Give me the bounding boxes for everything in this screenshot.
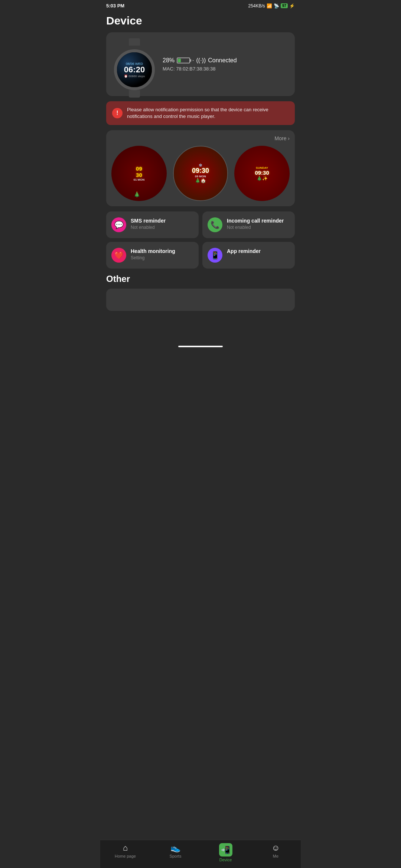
feature-grid: 💬 SMS reminder Not enabled 📞 Incoming ca…	[106, 211, 295, 269]
call-icon: 📞	[208, 217, 222, 232]
call-text: Incoming call reminder Not enabled	[227, 217, 290, 230]
signal-icon: 📶	[267, 3, 272, 9]
health-monitoring-card[interactable]: ❤️ Health monitoring Setting	[106, 242, 199, 269]
status-right: 254KB/s 📶 📡 97 ⚡	[248, 3, 295, 9]
watch-time: 06:20	[124, 66, 145, 74]
me-icon: ☺	[271, 843, 280, 853]
device-mac: MAC: 78:02:B7:38:38:38	[163, 66, 289, 72]
sports-icon: 👟	[170, 843, 180, 853]
device-info: 28% · ((·)) Connected MAC: 78:02:B7:38:3…	[163, 57, 289, 72]
dot-separator: ·	[192, 57, 194, 64]
watch-face-2[interactable]: ❄️ 09:30 09 MON 🎄🏠	[173, 146, 228, 201]
status-time: 5:03 PM	[106, 3, 124, 9]
main-content: Device 08/06 WED 06:20 ⏰ 60860 steps 28%…	[100, 10, 301, 344]
health-subtitle: Setting	[131, 255, 193, 260]
app-title: App reminder	[227, 248, 290, 254]
nav-me-label: Me	[273, 854, 278, 858]
warning-banner[interactable]: ! Please allow notification permission s…	[106, 101, 295, 125]
connection-wave-icon: ((·))	[196, 57, 206, 64]
battery-icon	[177, 57, 190, 63]
xmas-tree-icon-1: 🎄	[134, 191, 140, 197]
more-link[interactable]: More ›	[275, 135, 290, 141]
sms-text: SMS reminder Not enabled	[131, 217, 193, 230]
page-title: Device	[106, 14, 295, 27]
nav-device[interactable]: 📲 Device	[200, 843, 251, 862]
nav-me[interactable]: ☺ Me	[251, 843, 301, 862]
watch-image: 08/06 WED 06:20 ⏰ 60860 steps	[112, 38, 157, 90]
connection-status: Connected	[208, 57, 237, 64]
watch-faces-row: 0930 01 MON 🎄 ❄️ 09:30 09 MON 🎄🏠 SUNDAY …	[111, 146, 290, 201]
call-reminder-card[interactable]: 📞 Incoming call reminder Not enabled	[202, 211, 295, 238]
call-subtitle: Not enabled	[227, 225, 290, 230]
watch-face-3[interactable]: SUNDAY 09:30 🎄✨	[234, 146, 290, 201]
sms-reminder-card[interactable]: 💬 SMS reminder Not enabled	[106, 211, 199, 238]
xmas-icon-3: 🎄✨	[255, 176, 269, 181]
other-section-title: Other	[106, 274, 295, 284]
watch-faces-card: More › 0930 01 MON 🎄 ❄️ 09:30 09 MON 🎄🏠	[106, 130, 295, 206]
warning-text: Please allow notification permission so …	[127, 106, 289, 120]
sms-icon: 💬	[111, 217, 126, 232]
watch-face: 08/06 WED 06:20 ⏰ 60860 steps	[114, 49, 155, 90]
sms-title: SMS reminder	[131, 217, 193, 224]
health-icon: ❤️	[111, 248, 126, 263]
device-nav-icon: 📲	[219, 843, 232, 857]
health-title: Health monitoring	[131, 248, 193, 254]
app-icon: 📱	[208, 248, 222, 263]
call-title: Incoming call reminder	[227, 217, 290, 224]
network-speed: 254KB/s	[248, 3, 265, 9]
nav-sports-label: Sports	[170, 854, 182, 858]
other-card[interactable]	[106, 289, 295, 311]
warning-icon: !	[112, 108, 123, 118]
app-reminder-card[interactable]: 📱 App reminder	[202, 242, 295, 269]
app-text: App reminder	[227, 248, 290, 255]
watch-band-bottom	[129, 90, 140, 98]
watch-faces-header: More ›	[111, 135, 290, 141]
sms-subtitle: Not enabled	[131, 225, 193, 230]
battery-fill	[178, 59, 181, 62]
watch-face-1[interactable]: 0930 01 MON 🎄	[111, 146, 167, 201]
battery-percent: 97	[281, 3, 288, 8]
nav-home[interactable]: ⌂ Home page	[100, 843, 150, 862]
nav-device-label: Device	[219, 858, 232, 862]
watch-band-top	[129, 38, 140, 46]
status-bar: 5:03 PM 254KB/s 📶 📡 97 ⚡	[100, 0, 301, 10]
home-indicator	[178, 346, 223, 347]
xmas-tree-icon-2: 🎄🏠	[192, 178, 209, 183]
bottom-nav: ⌂ Home page 👟 Sports 📲 Device ☺ Me	[100, 840, 301, 868]
nav-home-label: Home page	[115, 854, 136, 858]
device-battery-row: 28% · ((·)) Connected	[163, 57, 289, 64]
battery-value: 28%	[163, 57, 175, 64]
nav-sports[interactable]: 👟 Sports	[150, 843, 200, 862]
wifi-icon: 📡	[274, 3, 279, 9]
home-icon: ⌂	[123, 843, 128, 853]
watch-steps: ⏰ 60860 steps	[124, 75, 145, 78]
device-card: 08/06 WED 06:20 ⏰ 60860 steps 28% · ((·)…	[106, 32, 295, 96]
charging-icon: ⚡	[289, 3, 295, 9]
health-text: Health monitoring Setting	[131, 248, 193, 260]
